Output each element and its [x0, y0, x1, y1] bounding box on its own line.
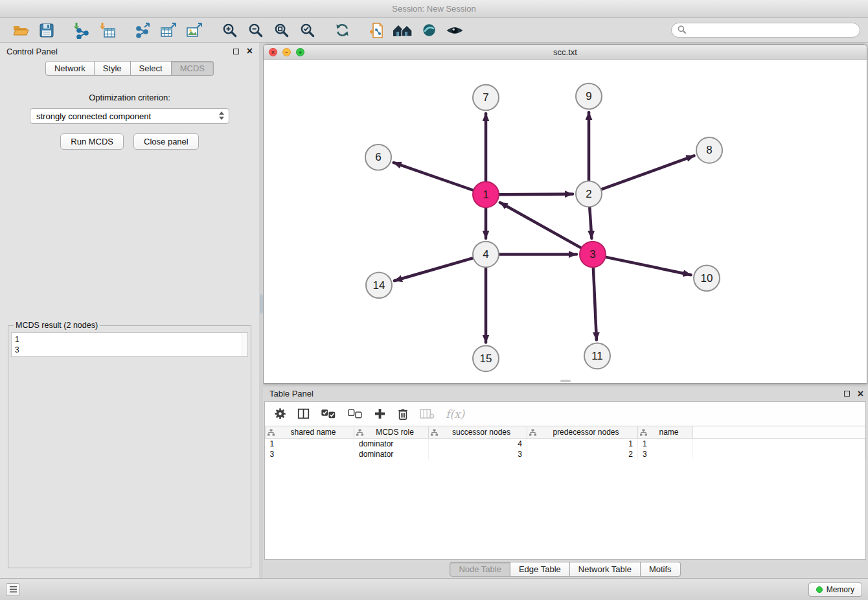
divider-grip[interactable] — [260, 294, 263, 314]
graph-node-9[interactable]: 9 — [576, 84, 602, 110]
export-table-icon[interactable] — [155, 20, 181, 41]
graph-node-2[interactable]: 2 — [576, 181, 602, 207]
graph-node-6[interactable]: 6 — [365, 144, 391, 170]
table-cell[interactable]: 1 — [527, 439, 638, 450]
apply-style-icon[interactable] — [416, 20, 442, 41]
table-cell[interactable]: 4 — [429, 439, 527, 450]
criterion-dropdown[interactable]: strongly connected component — [30, 108, 229, 124]
graph-node-15[interactable]: 15 — [473, 345, 499, 371]
float-table-panel-icon[interactable] — [844, 391, 850, 397]
canvas-resize-grip[interactable] — [560, 380, 571, 382]
add-row-icon[interactable] — [374, 408, 386, 420]
mcds-panel: Optimization criterion: strongly connect… — [0, 80, 259, 578]
gear-icon[interactable] — [274, 408, 286, 420]
run-mcds-button[interactable]: Run MCDS — [60, 133, 124, 150]
tab-edge-table[interactable]: Edge Table — [510, 562, 570, 577]
import-network-icon[interactable] — [69, 20, 95, 41]
graph-node-7[interactable]: 7 — [473, 85, 499, 111]
zoom-selected-icon[interactable] — [294, 20, 320, 41]
minimize-window-icon[interactable]: − — [282, 48, 291, 56]
column-header-MCDS-role[interactable]: MCDS role — [354, 426, 429, 439]
right-column: × − + scc.txt 7968124314101511 — [263, 43, 868, 578]
window-titlebar[interactable]: Session: New Session — [0, 0, 868, 18]
tab-network-table[interactable]: Network Table — [570, 562, 641, 577]
export-network-icon[interactable] — [130, 20, 155, 41]
tab-network[interactable]: Network — [45, 61, 95, 76]
result-scrollbar[interactable] — [242, 333, 247, 356]
table-cell[interactable]: 3 — [266, 449, 354, 459]
close-panel-button[interactable]: Close panel — [133, 133, 199, 150]
graph-edge-4-14[interactable] — [394, 258, 473, 281]
new-network-from-file-icon[interactable] — [364, 20, 390, 41]
select-all-icon[interactable] — [321, 409, 336, 419]
tab-node-table[interactable]: Node Table — [450, 562, 510, 577]
table-row[interactable]: 1dominator411 — [266, 439, 865, 450]
panel-divider[interactable] — [259, 43, 263, 578]
table-cell[interactable]: 3 — [638, 449, 693, 459]
search-input[interactable] — [689, 26, 854, 35]
graph-node-14[interactable]: 14 — [366, 272, 392, 298]
table-cell[interactable]: 2 — [527, 449, 638, 459]
close-window-icon[interactable]: × — [269, 48, 277, 56]
graph-edge-3-10[interactable] — [606, 257, 691, 275]
function-builder-icon[interactable]: f(x) — [446, 408, 464, 421]
columns-icon[interactable] — [297, 408, 310, 420]
export-image-icon[interactable] — [181, 20, 207, 41]
zoom-out-icon[interactable] — [242, 20, 268, 41]
table-cell[interactable]: 1 — [266, 439, 354, 450]
network-canvas[interactable]: 7968124314101511 — [264, 60, 867, 383]
graph-node-1[interactable]: 1 — [473, 181, 499, 207]
open-session-icon[interactable] — [8, 20, 34, 41]
graph-edge-1-6[interactable] — [394, 163, 474, 190]
show-hide-icon[interactable] — [442, 20, 468, 41]
column-header-name[interactable]: name — [638, 426, 693, 439]
table-panel-toggle-icon[interactable] — [6, 583, 20, 596]
result-line: 1 — [15, 334, 244, 345]
graph-edge-3-11[interactable] — [593, 268, 597, 340]
graph-edge-1-2[interactable] — [499, 194, 573, 195]
table-cell[interactable]: 1 — [638, 439, 693, 450]
graph-node-8[interactable]: 8 — [696, 137, 722, 163]
graph-edge-3-1[interactable] — [500, 203, 581, 248]
tab-style[interactable]: Style — [95, 61, 131, 76]
zoom-in-icon[interactable] — [216, 20, 242, 41]
first-neighbors-icon[interactable] — [390, 20, 416, 41]
control-panel-title: Control Panel — [6, 47, 58, 56]
memory-button[interactable]: Memory — [808, 583, 862, 597]
graph-node-4[interactable]: 4 — [473, 242, 499, 268]
table-cell[interactable]: dominator — [354, 449, 429, 459]
table-cell[interactable]: 3 — [429, 449, 527, 459]
close-table-panel-icon[interactable]: × — [858, 389, 863, 399]
deselect-all-icon[interactable] — [347, 409, 363, 419]
global-search-field[interactable] — [671, 23, 860, 38]
tab-select[interactable]: Select — [131, 61, 172, 76]
memory-status-icon — [816, 586, 823, 593]
column-header-successor-nodes[interactable]: successor nodes — [429, 426, 527, 439]
graph-node-11[interactable]: 11 — [584, 343, 610, 369]
tab-motifs[interactable]: Motifs — [641, 562, 681, 577]
graph-edge-2-3[interactable] — [589, 207, 591, 238]
float-panel-icon[interactable] — [233, 49, 239, 54]
graph-node-10[interactable]: 10 — [694, 265, 720, 291]
network-window-titlebar[interactable]: × − + scc.txt — [264, 45, 867, 60]
mcds-result-box[interactable]: 13 — [11, 332, 248, 357]
graph-edge-2-8[interactable] — [602, 156, 694, 189]
dropdown-arrows-icon — [219, 111, 224, 120]
criterion-dropdown-value: strongly connected component — [36, 111, 151, 121]
close-panel-icon[interactable]: × — [247, 46, 253, 56]
graph-node-3[interactable]: 3 — [580, 242, 606, 268]
table-cell[interactable]: dominator — [354, 439, 429, 450]
delete-icon[interactable] — [397, 408, 409, 421]
mcds-result-fieldset: MCDS result (2 nodes) 13 — [8, 321, 251, 568]
save-session-icon[interactable] — [34, 20, 60, 41]
column-header-predecessor-nodes[interactable]: predecessor nodes — [527, 426, 638, 439]
delete-column-icon[interactable] — [420, 408, 435, 419]
zoom-fit-icon[interactable] — [268, 20, 294, 41]
table-row[interactable]: 3dominator323 — [266, 449, 865, 459]
tab-mcds[interactable]: MCDS — [172, 61, 214, 76]
maximize-window-icon[interactable]: + — [296, 48, 304, 56]
import-table-icon[interactable] — [95, 20, 120, 41]
svg-text:3: 3 — [589, 248, 595, 260]
refresh-layout-icon[interactable] — [329, 20, 355, 41]
column-header-shared-name[interactable]: shared name — [266, 426, 354, 439]
